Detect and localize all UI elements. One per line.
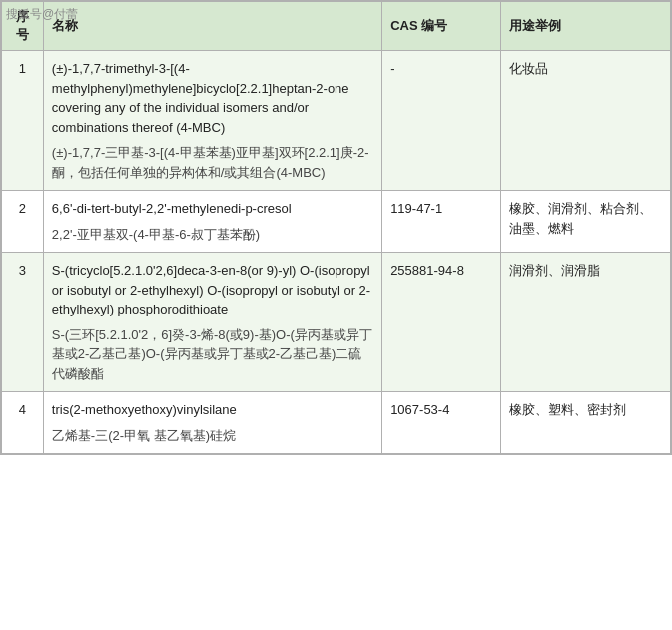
watermark-label: 搜狐号@付蕾 <box>6 6 78 23</box>
table-header-row: 序号 名称 CAS 编号 用途举例 <box>2 2 671 51</box>
cell-cas: 119-47-1 <box>382 191 501 253</box>
name-zh: 2,2'-亚甲基双-(4-甲基-6-叔丁基苯酚) <box>52 225 373 245</box>
cell-cas: 1067-53-4 <box>382 392 501 454</box>
name-zh: (±)-1,7,7-三甲基-3-[(4-甲基苯基)亚甲基]双环[2.2.1]庚-… <box>52 143 373 182</box>
name-zh: 乙烯基-三(2-甲氧 基乙氧基)硅烷 <box>52 426 373 446</box>
name-en: 6,6'-di-tert-butyl-2,2'-methylenedi-p-cr… <box>52 199 373 219</box>
main-table: 序号 名称 CAS 编号 用途举例 1(±)-1,7,7-trimethyl-3… <box>1 1 671 454</box>
cell-num: 4 <box>2 392 44 454</box>
cell-cas: - <box>382 51 501 191</box>
table-row: 26,6'-di-tert-butyl-2,2'-methylenedi-p-c… <box>2 191 671 253</box>
cell-cas: 255881-94-8 <box>382 253 501 392</box>
table-row: 4tris(2-methoxyethoxy)vinylsilane乙烯基-三(2… <box>2 392 671 454</box>
cell-name: 6,6'-di-tert-butyl-2,2'-methylenedi-p-cr… <box>43 191 381 253</box>
col-header-use: 用途举例 <box>501 2 671 51</box>
cell-num: 2 <box>2 191 44 253</box>
name-en: (±)-1,7,7-trimethyl-3-[(4-methylphenyl)m… <box>52 59 373 137</box>
cell-name: (±)-1,7,7-trimethyl-3-[(4-methylphenyl)m… <box>43 51 381 191</box>
cell-name: tris(2-methoxyethoxy)vinylsilane乙烯基-三(2-… <box>43 392 381 454</box>
name-zh: S-(三环[5.2.1.0'2，6]癸-3-烯-8(或9)-基)O-(异丙基或异… <box>52 325 373 384</box>
cell-use: 润滑剂、润滑脂 <box>501 253 671 392</box>
cell-name: S-(tricyclo[5.2.1.0'2,6]deca-3-en-8(or 9… <box>43 253 381 392</box>
cell-use: 橡胶、润滑剂、粘合剂、油墨、燃料 <box>501 191 671 253</box>
col-header-name: 名称 <box>43 2 381 51</box>
cell-num: 3 <box>2 253 44 392</box>
table-row: 3S-(tricyclo[5.2.1.0'2,6]deca-3-en-8(or … <box>2 253 671 392</box>
col-header-cas: CAS 编号 <box>382 2 501 51</box>
table-row: 1(±)-1,7,7-trimethyl-3-[(4-methylphenyl)… <box>2 51 671 191</box>
cell-use: 化妆品 <box>501 51 671 191</box>
cell-use: 橡胶、塑料、密封剂 <box>501 392 671 454</box>
name-en: S-(tricyclo[5.2.1.0'2,6]deca-3-en-8(or 9… <box>52 261 373 319</box>
cell-num: 1 <box>2 51 44 191</box>
name-en: tris(2-methoxyethoxy)vinylsilane <box>52 400 373 420</box>
